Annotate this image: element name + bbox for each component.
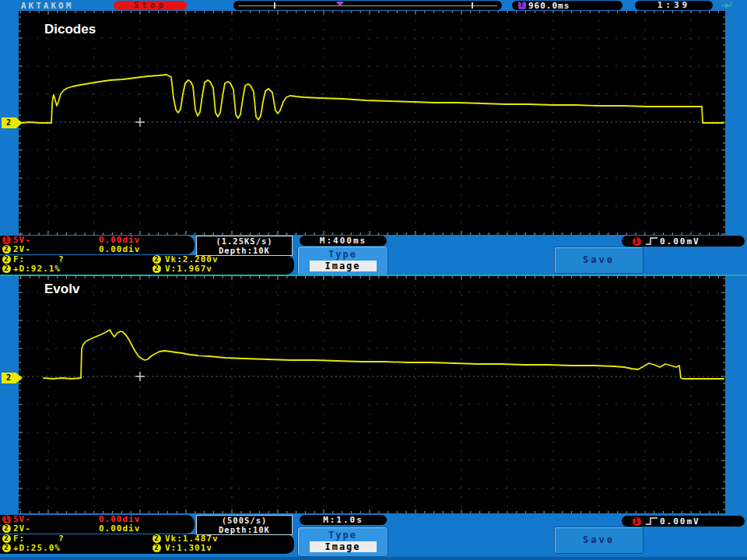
acquisition-box: (500S/s) Depth:10K <box>196 515 293 535</box>
ch2-badge: 2 <box>2 524 11 533</box>
usb-icon <box>720 1 734 10</box>
timebase-readout: M:400ms <box>300 236 387 246</box>
trigger-level-value: 0.00mV <box>660 236 700 247</box>
v-badge: 2 <box>153 544 161 552</box>
freq-badge: 2 <box>2 534 11 543</box>
window-bracket-left-icon <box>274 2 275 9</box>
vk-badge: 2 <box>153 255 161 264</box>
save-type-menu[interactable]: Type Image <box>297 246 388 275</box>
duty-value: +D:92.1% <box>13 264 61 274</box>
duty-value: +D:25.0% <box>13 544 61 553</box>
rising-edge-icon <box>644 236 660 246</box>
run-stop-indicator[interactable]: Stop <box>114 1 187 10</box>
rising-edge-icon <box>644 516 660 526</box>
trigger-source-badge: 1 <box>633 237 641 246</box>
ch2-offset: 0.00div <box>99 524 140 534</box>
channel-scale-block: 1 5V- 0.00div 2 2V- 0.00div <box>0 515 195 534</box>
scope1-statusbar: 1 5V- 0.00div 2 2V- 0.00div 2 F: ? 2 Vk:… <box>0 235 747 275</box>
save-button[interactable]: Save <box>554 247 644 274</box>
save-type-menu[interactable]: Type Image <box>297 527 388 557</box>
record-depth: Depth:10K <box>197 246 292 255</box>
channel-scale-block: 1 5V- 0.00div 2 2V- 0.00div <box>0 236 195 254</box>
ch1-badge: 1 <box>2 236 11 244</box>
trigger-t-icon: T <box>518 2 526 9</box>
brand-logo: AKTAKOM <box>21 1 73 11</box>
bottom-strip <box>0 557 747 560</box>
measurement-block: 2 F: ? 2 Vk:1.487v 2 +D:25.0% 2 V:1.301v <box>0 534 294 554</box>
trigger-source-badge: 1 <box>633 517 641 526</box>
type-label: Type <box>298 249 388 260</box>
type-value-selected[interactable]: Image <box>310 541 377 552</box>
ch2-badge: 2 <box>2 245 11 254</box>
window-bracket-right-icon <box>472 2 473 9</box>
v-badge: 2 <box>153 264 161 273</box>
v-value: V:1.301v <box>165 544 212 553</box>
duty-badge: 2 <box>2 264 11 273</box>
scope2-annotation: Evolv <box>44 282 79 297</box>
save-button[interactable]: Save <box>554 527 644 554</box>
vk-badge: 2 <box>153 534 161 543</box>
ch2-scale: 2V- <box>13 245 31 254</box>
trigger-level-readout: 1 0.00mV <box>622 516 745 527</box>
duty-badge: 2 <box>2 544 11 552</box>
trigger-position-marker-icon[interactable] <box>336 2 344 6</box>
v-value: V:1.967v <box>165 264 212 274</box>
acquisition-box: (1.25KS/s) Depth:10K <box>196 236 293 256</box>
oscilloscope-screenshots: AKTAKOM Stop T 960.0ms 1:39 Dicodes 2 <box>0 0 747 560</box>
ch2-scale-row: 2 2V- 0.00div <box>0 245 195 254</box>
record-position-bar[interactable] <box>233 1 502 10</box>
scope2-waveform-display <box>19 276 725 513</box>
sample-rate: (500S/s) <box>197 516 292 525</box>
sample-rate: (1.25KS/s) <box>197 236 292 246</box>
scope2-statusbar: 1 5V- 0.00div 2 2V- 0.00div 2 F: ? 2 Vk:… <box>0 513 747 560</box>
scope1-topbar: AKTAKOM Stop T 960.0ms 1:39 <box>0 0 747 11</box>
trigger-level-value: 0.00mV <box>660 516 700 527</box>
freq-badge: 2 <box>2 255 11 264</box>
trigger-level-readout: 1 0.00mV <box>622 236 745 247</box>
timebase-readout: M:1.0s <box>300 515 387 525</box>
scope1-waveform-display <box>19 11 725 235</box>
ch1-badge: 1 <box>2 515 11 523</box>
measurement-block: 2 F: ? 2 Vk:2.200v 2 +D:92.1% 2 V:1.967v <box>0 255 294 275</box>
ch2-scale-row: 2 2V- 0.00div <box>0 524 195 534</box>
trigger-time-readout: T 960.0ms <box>512 1 622 10</box>
type-value-selected[interactable]: Image <box>310 261 377 271</box>
record-line <box>238 5 497 6</box>
ch2-offset: 0.00div <box>99 245 140 254</box>
clock-readout: 1:39 <box>635 1 713 10</box>
ch2-scale: 2V- <box>13 524 31 534</box>
trigger-time-value: 960.0ms <box>528 1 570 11</box>
type-label: Type <box>298 530 388 541</box>
scope1-annotation: Dicodes <box>44 22 96 37</box>
duty-v-row: 2 +D:92.1% 2 V:1.967v <box>0 264 294 274</box>
record-depth: Depth:10K <box>197 525 292 534</box>
duty-v-row: 2 +D:25.0% 2 V:1.301v <box>0 544 294 553</box>
